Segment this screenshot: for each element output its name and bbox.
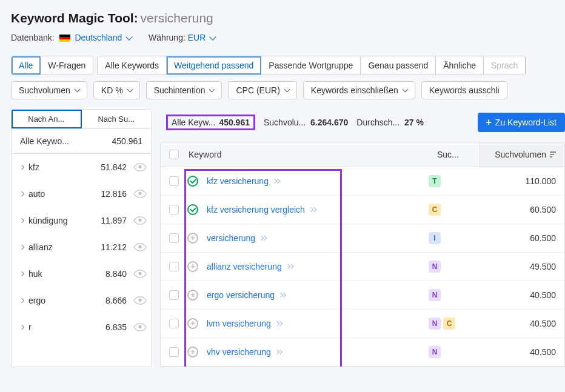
tab-aehnliche[interactable]: Ähnliche [436,56,484,75]
row-checkbox[interactable] [169,290,179,300]
intent-badge-n: N [429,289,441,301]
keyword-link[interactable]: vhv versicherung [207,347,282,357]
table-row: lvm versicherung NC40.500 [161,310,564,338]
cell-intent: N [429,289,471,301]
tab-wortgruppe[interactable]: Passende Wortgruppe [261,56,361,75]
sidebar-item[interactable]: kfz51.842 [12,154,151,181]
tab-sprache[interactable]: Sprach [484,56,526,75]
eye-icon[interactable] [133,214,147,228]
filter-intent[interactable]: Suchintention [146,81,222,99]
add-icon[interactable] [187,233,198,244]
sidebar-item[interactable]: r6.835 [12,314,151,341]
group-name: huk [28,269,90,279]
intent-badge-c: C [443,317,455,330]
filter-cpc[interactable]: CPC (EUR) [228,81,296,99]
in-list-icon[interactable] [187,204,198,215]
filter-include[interactable]: Keywords einschließen [303,81,415,99]
eye-icon[interactable] [133,294,147,308]
page-header: Keyword Magic Tool: versicherung Datenba… [0,0,565,50]
th-volume[interactable]: Suchvolumen [480,142,564,167]
group-count: 6.835 [95,322,127,332]
eye-icon[interactable] [133,161,147,174]
plus-icon: + [486,118,492,127]
group-name: kündigung [28,216,90,225]
sidebar-tab-anzahl[interactable]: Nach An... [12,110,82,128]
group-count: 11.897 [95,216,127,225]
group-name: kfz [28,162,90,172]
tab-wfragen[interactable]: W-Fragen [41,56,93,75]
keyword-link[interactable]: versicherung [207,233,266,243]
eye-icon[interactable] [133,267,147,281]
intent-badge-t: T [429,175,441,187]
sidebar-total-label: Alle Keywo... [20,136,69,146]
add-icon[interactable] [187,290,198,301]
tab-genau[interactable]: Genau passend [361,56,436,75]
row-checkbox[interactable] [169,205,179,214]
row-checkbox[interactable] [169,176,179,186]
sidebar-item[interactable]: auto12.816 [12,181,151,207]
chevron-double-right-icon [279,293,286,297]
group-count: 12.816 [95,189,127,199]
intent-badge-n: N [429,317,441,330]
group-name: ergo [28,296,90,305]
eye-icon[interactable] [133,241,147,254]
keyword-link[interactable]: lvm versicherung [207,319,282,328]
row-checkbox[interactable] [169,319,179,328]
cell-intent: I [429,232,471,244]
add-to-keyword-list-button[interactable]: + Zu Keyword-List [478,113,566,132]
flag-germany-icon [59,35,70,42]
sidebar-tab-suche[interactable]: Nach Su... [82,110,152,128]
tab-weitgehend[interactable]: Weitgehend passend [167,56,261,75]
tab-group-questions: Alle W-Fragen [11,56,93,75]
cell-intent: N [429,346,471,358]
in-list-icon[interactable] [187,176,198,187]
sidebar-item[interactable]: allianz11.212 [12,234,151,261]
add-icon[interactable] [187,318,198,329]
row-checkbox[interactable] [169,233,179,243]
main-content: Nach An... Nach Su... Alle Keywo... 450.… [0,109,565,367]
sidebar-item[interactable]: huk8.840 [12,261,151,287]
subheader: Datenbank: Deutschland Währung: EUR [11,33,554,42]
add-icon[interactable] [187,347,198,357]
group-count: 8.666 [95,296,127,305]
chevron-right-icon [19,218,24,223]
keyword-link[interactable]: kfz versicherung vergleich [207,205,316,214]
chevron-right-icon [19,298,24,303]
chevron-double-right-icon [273,179,279,183]
row-checkbox[interactable] [169,347,179,357]
keyword-link[interactable]: kfz versicherung [207,176,279,186]
keyword-link[interactable]: ergo versicherung [207,290,286,300]
db-label: Datenbank: [11,33,55,42]
row-checkbox[interactable] [169,262,179,271]
currency-label: Währung: [149,33,186,42]
filter-suchvolumen[interactable]: Suchvolumen [11,81,87,99]
tab-alle-keywords[interactable]: Alle Keywords [98,56,167,75]
tab-alle[interactable]: Alle [12,56,41,75]
filter-exclude[interactable]: Keywords ausschli [421,81,507,99]
database-selector[interactable]: Datenbank: Deutschland [11,33,132,42]
results-panel: Alle Keyw... 450.961 Suchvolu... 6.264.6… [152,109,565,367]
th-intent[interactable]: Suc... [437,150,480,159]
table-row: versicherung I60.500 [161,224,564,253]
group-count: 51.842 [95,162,127,172]
chevron-double-right-icon [310,208,316,211]
keyword-groups-sidebar: Nach An... Nach Su... Alle Keywo... 450.… [11,109,152,367]
eye-icon[interactable] [133,321,147,334]
select-all-checkbox[interactable] [169,150,179,159]
cell-intent: T [429,175,471,187]
intent-badge-n: N [429,261,441,273]
currency-selector[interactable]: Währung: EUR [149,33,215,42]
keyword-link[interactable]: allianz versicherung [207,262,293,271]
sidebar-item[interactable]: kündigung11.897 [12,207,151,234]
eye-icon[interactable] [133,187,147,201]
searched-keyword: versicherung [141,11,213,25]
filters-row: Suchvolumen KD % Suchintention CPC (EUR)… [0,75,565,109]
sidebar-item[interactable]: ergo8.666 [12,287,151,314]
sidebar-total-row[interactable]: Alle Keywo... 450.961 [12,129,151,154]
currency-value: EUR [188,33,206,42]
add-icon[interactable] [187,261,198,272]
cell-volume: 40.500 [471,347,556,357]
filter-kd[interactable]: KD % [93,81,140,99]
table-row: ergo versicherung N40.500 [161,281,564,310]
sidebar-items: kfz51.842auto12.816kündigung11.897allian… [12,154,151,341]
